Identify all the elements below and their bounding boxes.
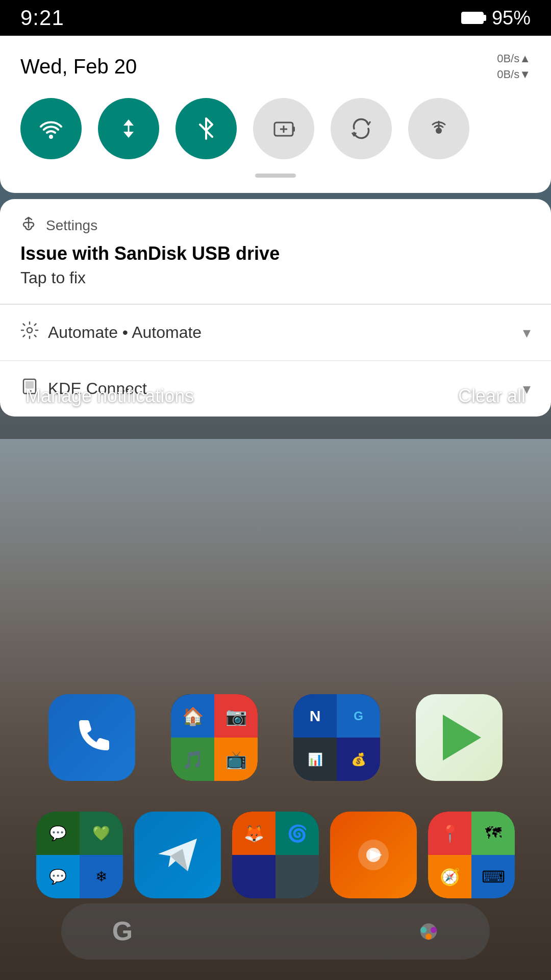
dock-assistant-button[interactable] bbox=[408, 911, 449, 952]
app-google-home[interactable]: 🏠 📷 🎵 📺 bbox=[171, 694, 258, 781]
notification-panel: Settings Issue with SanDisk USB drive Ta… bbox=[0, 199, 551, 416]
qs-network-info: 0B/s▲ 0B/s▼ bbox=[497, 51, 531, 83]
svg-text:G: G bbox=[112, 916, 133, 946]
qs-toggle-data[interactable] bbox=[98, 98, 159, 159]
app-n26-gpay[interactable]: N G 📊 💰 bbox=[293, 694, 380, 781]
app-row-1: 🏠 📷 🎵 📺 N G 📊 💰 bbox=[0, 694, 551, 781]
battery-icon bbox=[461, 12, 484, 24]
app-messaging[interactable]: 💬 💚 💬 ❄ bbox=[36, 812, 123, 898]
home-screen: 🏠 📷 🎵 📺 N G 📊 💰 💬 💚 💬 ❄ bbox=[0, 439, 551, 980]
qs-toggle-hotspot[interactable] bbox=[408, 98, 469, 159]
app-row-2: 💬 💚 💬 ❄ 🦊 🌀 bbox=[0, 812, 551, 898]
qs-toggles-row bbox=[20, 98, 531, 159]
app-youtube-music[interactable] bbox=[330, 812, 417, 898]
app-play-store[interactable] bbox=[416, 694, 503, 781]
qs-toggle-wifi[interactable] bbox=[20, 98, 82, 159]
notif-automate-text: Automate • Automate bbox=[48, 323, 514, 342]
svg-rect-3 bbox=[293, 127, 295, 132]
notif-action-bar: Manage notifications Clear all bbox=[0, 385, 551, 407]
qs-toggle-bluetooth[interactable] bbox=[176, 98, 237, 159]
svg-point-16 bbox=[420, 927, 427, 933]
qs-toggle-sync[interactable] bbox=[331, 98, 392, 159]
status-right: 95% bbox=[461, 7, 531, 29]
chevron-down-icon: ▾ bbox=[523, 324, 531, 341]
qs-header: Wed, Feb 20 0B/s▲ 0B/s▼ bbox=[20, 51, 531, 83]
battery-percent: 95% bbox=[492, 7, 531, 29]
notification-automate[interactable]: Automate • Automate ▾ bbox=[0, 305, 551, 361]
quick-settings-panel: Wed, Feb 20 0B/s▲ 0B/s▼ bbox=[0, 36, 551, 193]
usb-icon bbox=[20, 215, 37, 236]
app-maps-group[interactable]: 📍 🗺 🧭 ⌨ bbox=[428, 812, 515, 898]
dock-bar: G bbox=[61, 903, 490, 960]
app-phone[interactable] bbox=[48, 694, 135, 781]
dock-google-button[interactable]: G bbox=[102, 911, 143, 952]
svg-point-0 bbox=[49, 135, 53, 139]
gear-icon bbox=[20, 321, 39, 344]
status-time: 9:21 bbox=[20, 6, 64, 30]
qs-drag-handle bbox=[255, 174, 296, 178]
clear-all-button[interactable]: Clear all bbox=[458, 385, 525, 407]
svg-point-17 bbox=[431, 927, 437, 933]
notif-usb-header: Settings bbox=[20, 215, 531, 236]
qs-date: Wed, Feb 20 bbox=[20, 55, 137, 78]
notification-usb[interactable]: Settings Issue with SanDisk USB drive Ta… bbox=[0, 199, 551, 304]
qs-toggle-battery-saver[interactable] bbox=[253, 98, 314, 159]
svg-point-6 bbox=[436, 128, 442, 134]
notif-usb-appname: Settings bbox=[46, 217, 97, 234]
manage-notifications-button[interactable]: Manage notifications bbox=[26, 385, 194, 407]
notif-usb-title: Issue with SanDisk USB drive bbox=[20, 243, 531, 264]
svg-point-8 bbox=[27, 328, 32, 333]
svg-point-18 bbox=[425, 934, 432, 940]
app-firefox[interactable]: 🦊 🌀 bbox=[232, 812, 319, 898]
status-bar: 9:21 95% bbox=[0, 0, 551, 36]
app-telegram[interactable] bbox=[134, 812, 221, 898]
notif-usb-body: Tap to fix bbox=[20, 268, 531, 287]
